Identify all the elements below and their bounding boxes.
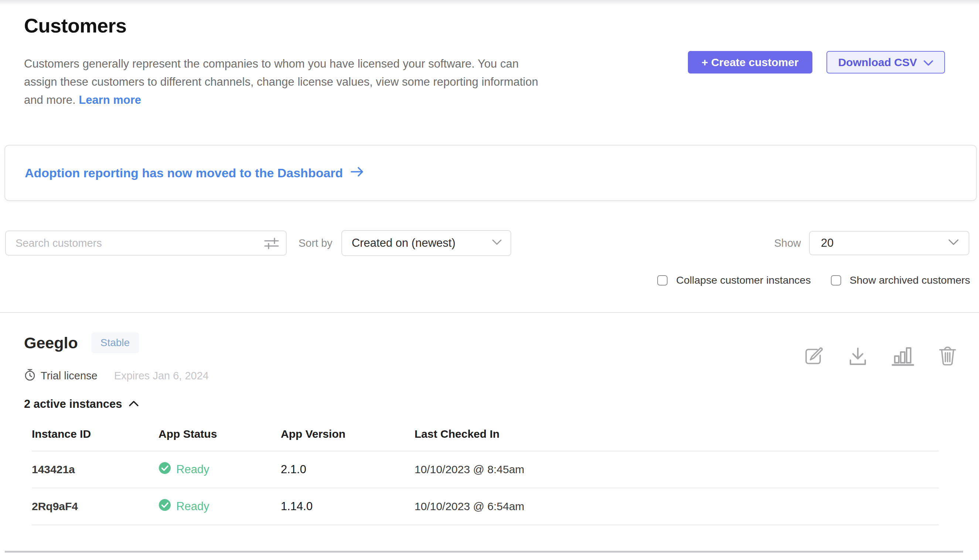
page-description: Customers generally represent the compan… [24, 55, 674, 109]
download-license-icon[interactable] [848, 347, 867, 367]
description-line-text: and more. [24, 93, 76, 107]
toolbar: Sort by Created on (newest) Show 20 [5, 230, 969, 256]
app-status-label: Ready [176, 500, 210, 513]
search-input[interactable] [5, 230, 287, 256]
create-customer-button[interactable]: + Create customer [688, 51, 812, 73]
channel-badge: Stable [91, 332, 139, 353]
description-line: and more. Learn more [24, 91, 674, 109]
customer-card: Geeglo Stable Trial license Expires Jan … [24, 332, 963, 353]
col-header-app-version: App Version [281, 428, 415, 440]
license-row: Trial license Expires Jan 6, 2024 [24, 369, 209, 383]
header-actions: + Create customer Download CSV [688, 51, 945, 73]
table-row[interactable]: 2Rq9aF4 Ready 1.14.0 10/10/2023 @ 6:54am [32, 488, 939, 525]
col-header-app-status: App Status [158, 428, 281, 440]
license-expiry: Expires Jan 6, 2024 [114, 370, 209, 382]
delete-customer-icon[interactable] [938, 346, 957, 367]
adoption-banner-text: Adoption reporting has now moved to the … [25, 166, 343, 180]
sort-select-value: Created on (newest) [352, 237, 455, 250]
chevron-up-icon [128, 400, 139, 408]
arrow-right-icon [350, 166, 364, 180]
col-header-instance-id: Instance ID [32, 428, 158, 440]
description-line: Customers generally represent the compan… [24, 55, 674, 73]
license-type-label: Trial license [41, 370, 98, 382]
download-csv-button[interactable]: Download CSV [826, 51, 945, 73]
top-shadow [0, 0, 979, 5]
show-label: Show [774, 237, 801, 249]
last-checked-in-cell: 10/10/2023 @ 8:45am [415, 463, 939, 476]
chevron-down-icon [948, 239, 959, 247]
show-select-value: 20 [821, 237, 834, 250]
page-title: Customers [24, 14, 127, 37]
app-status-label: Ready [176, 463, 210, 476]
show-archived-label: Show archived customers [850, 274, 970, 286]
app-status-cell: Ready [158, 499, 281, 514]
chevron-down-icon [924, 56, 933, 69]
last-checked-in-cell: 10/10/2023 @ 6:54am [415, 500, 939, 513]
search-box [5, 230, 287, 256]
show-archived-option: Show archived customers [831, 274, 970, 286]
download-csv-label: Download CSV [838, 56, 917, 69]
adoption-banner[interactable]: Adoption reporting has now moved to the … [5, 145, 977, 201]
collapse-instances-option: Collapse customer instances [657, 274, 811, 286]
description-line: assign these customers to different chan… [24, 73, 674, 91]
sort-select[interactable]: Created on (newest) [341, 230, 511, 256]
app-status-cell: Ready [158, 462, 281, 477]
table-header-row: Instance ID App Status App Version Last … [32, 428, 939, 452]
instance-id-cell: 2Rq9aF4 [32, 500, 158, 513]
adoption-banner-link[interactable]: Adoption reporting has now moved to the … [25, 166, 364, 180]
customer-name[interactable]: Geeglo [24, 334, 78, 352]
col-header-last-checked-in: Last Checked In [415, 428, 939, 440]
app-version-cell: 1.14.0 [281, 500, 415, 513]
filter-checkboxes: Collapse customer instances Show archive… [657, 274, 970, 286]
collapse-instances-label: Collapse customer instances [676, 274, 811, 286]
section-divider [0, 312, 979, 313]
customer-actions [803, 346, 957, 367]
instances-toggle[interactable]: 2 active instances [24, 397, 139, 411]
table-row[interactable]: 143421a Ready 2.1.0 10/10/2023 @ 8:45am [32, 452, 939, 488]
bottom-divider [5, 551, 963, 553]
edit-customer-icon[interactable] [803, 346, 824, 367]
instance-id-cell: 143421a [32, 463, 158, 476]
instances-toggle-label: 2 active instances [24, 397, 122, 411]
adoption-chart-icon[interactable] [892, 346, 914, 367]
sort-by-label: Sort by [299, 237, 332, 249]
filter-sliders-icon[interactable] [264, 237, 279, 252]
chevron-down-icon [492, 239, 502, 247]
collapse-instances-checkbox[interactable] [657, 275, 667, 285]
check-circle-icon [158, 499, 171, 514]
trial-timer-icon [24, 369, 36, 383]
check-circle-icon [158, 462, 171, 477]
learn-more-link[interactable]: Learn more [79, 93, 141, 107]
show-per-page-select[interactable]: 20 [809, 231, 969, 255]
show-archived-checkbox[interactable] [831, 275, 841, 285]
instances-table: Instance ID App Status App Version Last … [32, 428, 939, 525]
app-version-cell: 2.1.0 [281, 463, 415, 476]
